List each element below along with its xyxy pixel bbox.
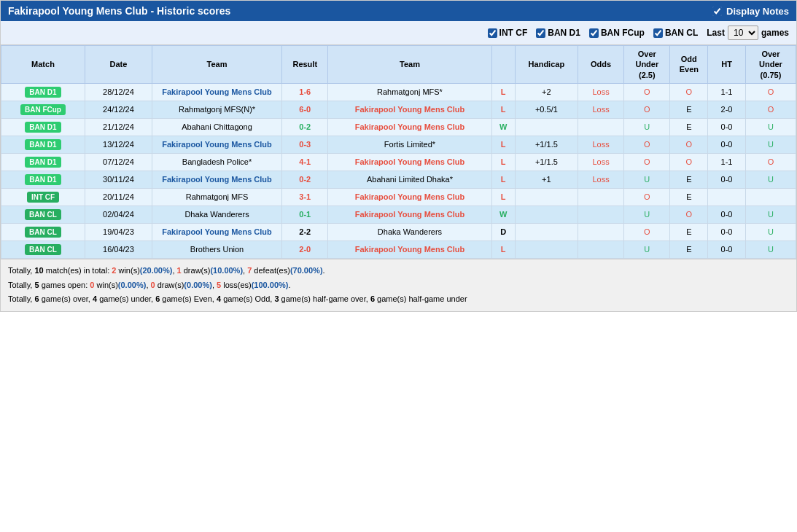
cell-date: 02/04/24 [85,206,152,223]
cell-badge: BAN D1 [1,153,85,171]
cell-team2[interactable]: Fakirapool Young Mens Club [328,206,491,223]
cell-date: 20/11/24 [85,188,152,206]
cell-wl: L [491,153,515,171]
cell-ou25: O [624,188,670,206]
cell-result: 0-3 [282,136,328,153]
filter-banfcup-checkbox[interactable] [589,28,599,38]
cell-team2[interactable]: Fakirapool Young Mens Club [328,153,491,171]
cell-result: 3-1 [282,188,328,206]
cell-team2[interactable]: Abahani Limited Dhaka* [328,171,491,188]
cell-wl: D [491,223,515,240]
cell-ou075: U [745,206,796,223]
cell-team1[interactable]: Fakirapool Young Mens Club [152,136,281,153]
cell-team2[interactable]: Fakirapool Young Mens Club [328,101,491,118]
cell-ou25: O [624,83,670,101]
th-ou25: OverUnder(2.5) [624,46,670,84]
cell-ou075: U [745,223,796,240]
cell-team2[interactable]: Fortis Limited* [328,136,491,153]
filter-intcf-checkbox[interactable] [488,28,497,38]
cell-ht [708,188,746,206]
cell-wl: L [491,240,515,258]
main-container: Fakirapool Young Mens Club - Historic sc… [0,0,797,312]
cell-ou25: U [624,240,670,258]
cell-ht: 0-0 [708,171,746,188]
cell-wl: L [491,101,515,118]
th-wld [491,46,515,84]
summary-line1: Totally, 10 match(es) in total: 2 win(s)… [8,264,789,278]
cell-team2[interactable]: Fakirapool Young Mens Club [328,240,491,258]
cell-result: 0-1 [282,206,328,223]
cell-handicap [515,240,578,258]
cell-odds [578,240,623,258]
table-row: BAN D1 13/12/24 Fakirapool Young Mens Cl… [1,136,796,153]
cell-ou075: U [745,118,796,136]
cell-team1[interactable]: Brothers Union [152,240,281,258]
display-notes-checkbox[interactable] [712,7,722,16]
cell-team1[interactable]: Rahmatgonj MFS [152,188,281,206]
cell-result: 2-2 [282,223,328,240]
cell-ht: 2-0 [708,101,746,118]
cell-handicap: +1/1.5 [515,153,578,171]
cell-handicap: +0.5/1 [515,101,578,118]
cell-team1[interactable]: Abahani Chittagong [152,118,281,136]
cell-oe: E [670,101,708,118]
cell-ht: 0-0 [708,206,746,223]
cell-team1[interactable]: Dhaka Wanderers [152,206,281,223]
cell-result: 4-1 [282,153,328,171]
cell-wl: W [491,206,515,223]
cell-ht: 1-1 [708,153,746,171]
cell-handicap: +1 [515,171,578,188]
cell-team1[interactable]: Fakirapool Young Mens Club [152,83,281,101]
cell-result: 0-2 [282,118,328,136]
cell-ou075: U [745,171,796,188]
filter-band1-checkbox[interactable] [536,28,545,38]
filter-row: INT CF BAN D1 BAN FCup BAN CL Last 5 10 … [1,21,796,45]
table-row: BAN D1 21/12/24 Abahani Chittagong 0-2 F… [1,118,796,136]
cell-odds [578,188,623,206]
cell-ou075: O [745,153,796,171]
games-label: games [761,28,789,38]
filter-intcf-label: INT CF [499,28,528,38]
cell-oe: O [670,206,708,223]
cell-ou25: U [624,206,670,223]
cell-ou075: U [745,240,796,258]
match-badge: BAN D1 [25,87,61,98]
match-badge: BAN D1 [25,139,61,150]
cell-team2[interactable]: Fakirapool Young Mens Club [328,188,491,206]
cell-handicap: +1/1.5 [515,136,578,153]
cell-oe: E [670,188,708,206]
cell-team1[interactable]: Fakirapool Young Mens Club [152,223,281,240]
cell-team1[interactable]: Bangladesh Police* [152,153,281,171]
cell-badge: BAN CL [1,240,85,258]
match-badge: BAN FCup [20,104,66,115]
filter-bancl-checkbox[interactable] [653,28,663,38]
cell-result: 1-6 [282,83,328,101]
cell-handicap [515,118,578,136]
th-team2: Team [328,46,491,84]
cell-ou25: U [624,118,670,136]
match-badge: BAN CL [25,209,61,220]
filter-banfcup-label: BAN FCup [601,28,645,38]
cell-date: 07/12/24 [85,153,152,171]
cell-result: 0-2 [282,171,328,188]
th-ht: HT [708,46,746,84]
summary-line2: Totally, 5 games open: 0 win(s)(0.00%), … [8,278,789,293]
cell-team2[interactable]: Dhaka Wanderers [328,223,491,240]
cell-badge: BAN D1 [1,83,85,101]
cell-odds [578,206,623,223]
cell-odds: Loss [578,171,623,188]
cell-ou075: O [745,101,796,118]
cell-date: 28/12/24 [85,83,152,101]
cell-oe: O [670,83,708,101]
cell-team1[interactable]: Rahmatgonj MFS(N)* [152,101,281,118]
cell-team2[interactable]: Fakirapool Young Mens Club [328,118,491,136]
cell-odds [578,223,623,240]
last-games-control: Last 5 10 15 20 25 30 games [707,26,789,40]
cell-oe: E [670,240,708,258]
cell-team1[interactable]: Fakirapool Young Mens Club [152,171,281,188]
cell-team2[interactable]: Rahmatgonj MFS* [328,83,491,101]
header: Fakirapool Young Mens Club - Historic sc… [1,1,796,21]
cell-badge: BAN FCup [1,101,85,118]
filter-banfcup: BAN FCup [589,28,645,38]
last-games-select[interactable]: 5 10 15 20 25 30 [728,26,758,40]
